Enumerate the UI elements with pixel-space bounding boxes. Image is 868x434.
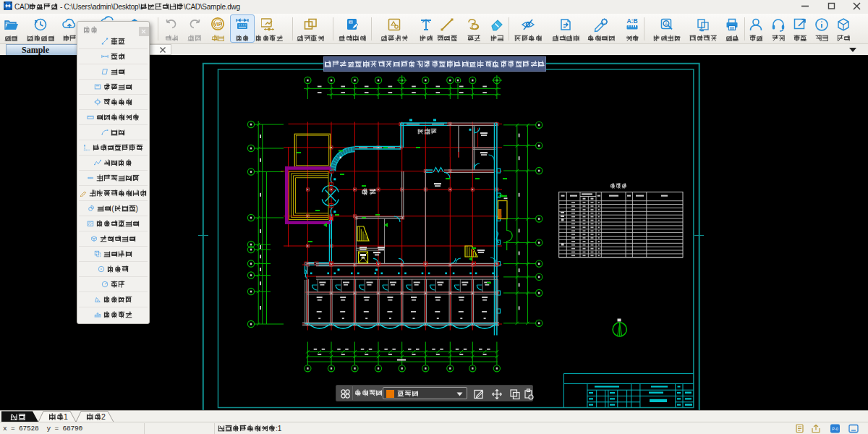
svg-text:A: A <box>665 22 668 26</box>
svg-text:P-0: P-0 <box>832 427 838 431</box>
svg-text:VIP: VIP <box>214 22 222 27</box>
svg-text:CAD: CAD <box>349 21 354 24</box>
svg-text:A:B: A:B <box>626 17 637 25</box>
